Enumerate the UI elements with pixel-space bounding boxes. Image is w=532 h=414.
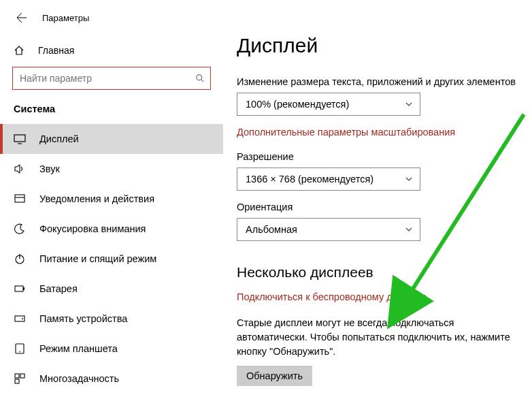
page-title: Дисплей	[237, 34, 532, 57]
sidebar: Параметры Главная Система Дисплей З	[0, 0, 223, 414]
window-title: Параметры	[42, 13, 89, 23]
monitor-icon	[14, 133, 26, 145]
orientation-label: Ориентация	[237, 202, 532, 212]
arrow-left-icon	[16, 12, 27, 23]
chevron-down-icon	[405, 100, 413, 108]
scale-dropdown[interactable]: 100% (рекомендуется)	[237, 93, 420, 116]
power-icon	[14, 253, 26, 265]
old-display-desc: Старые дисплеи могут не всегда подключат…	[237, 316, 522, 359]
titlebar: Параметры	[0, 12, 223, 23]
sidebar-item-storage[interactable]: Память устройства	[0, 304, 223, 334]
sidebar-item-label: Многозадачность	[39, 373, 119, 384]
detect-button[interactable]: Обнаружить	[237, 366, 312, 386]
orientation-dropdown[interactable]: Альбомная	[237, 218, 420, 241]
speaker-icon	[14, 163, 26, 175]
scale-advanced-link[interactable]: Дополнительные параметры масштабирования	[237, 127, 532, 138]
multi-display-heading: Несколько дисплеев	[237, 264, 532, 281]
tablet-icon	[14, 343, 26, 355]
svg-point-13	[19, 351, 20, 353]
scale-value: 100% (рекомендуется)	[246, 99, 349, 110]
sidebar-item-focus[interactable]: Фокусировка внимания	[0, 214, 223, 244]
sidebar-item-label: Батарея	[39, 283, 78, 294]
svg-point-0	[197, 75, 202, 80]
sidebar-section-title: Система	[0, 104, 223, 114]
resolution-dropdown[interactable]: 1366 × 768 (рекомендуется)	[237, 168, 420, 191]
sidebar-home-label: Главная	[38, 45, 74, 56]
sidebar-item-label: Дисплей	[39, 133, 79, 144]
sidebar-item-battery[interactable]: Батарея	[0, 274, 223, 304]
sidebar-item-power[interactable]: Питание и спящий режим	[0, 244, 223, 274]
main-pane: Дисплей Изменение размера текста, прилож…	[223, 0, 532, 414]
orientation-value: Альбомная	[246, 224, 297, 235]
battery-icon	[14, 283, 26, 295]
svg-rect-4	[15, 195, 24, 202]
back-button[interactable]	[16, 12, 27, 23]
svg-rect-15	[20, 374, 24, 378]
search-input[interactable]	[20, 73, 190, 84]
sidebar-item-label: Фокусировка внимания	[39, 223, 146, 234]
search-icon	[195, 74, 205, 83]
svg-rect-16	[15, 379, 19, 383]
multitask-icon	[14, 372, 26, 385]
storage-icon	[14, 313, 26, 325]
sidebar-item-sound[interactable]: Звук	[0, 154, 223, 184]
sidebar-home[interactable]: Главная	[0, 45, 223, 56]
sidebar-item-label: Звук	[39, 163, 60, 174]
sidebar-item-label: Режим планшета	[39, 343, 118, 354]
scale-label: Изменение размера текста, приложений и д…	[237, 76, 532, 87]
sidebar-item-label: Питание и спящий режим	[39, 253, 156, 264]
wireless-display-link[interactable]: Подключиться к беспроводному дисплею	[237, 291, 532, 302]
moon-icon	[14, 223, 26, 235]
svg-rect-9	[23, 287, 24, 290]
resolution-label: Разрешение	[237, 151, 532, 162]
svg-rect-14	[15, 374, 19, 378]
home-icon	[14, 45, 24, 56]
svg-point-11	[22, 318, 23, 319]
chevron-down-icon	[405, 175, 413, 183]
search-box[interactable]	[12, 67, 211, 90]
sidebar-item-tablet[interactable]: Режим планшета	[0, 334, 223, 364]
sidebar-item-label: Уведомления и действия	[39, 193, 154, 204]
svg-rect-2	[14, 135, 25, 142]
notification-icon	[14, 193, 26, 205]
svg-rect-8	[15, 286, 23, 291]
svg-line-1	[201, 80, 204, 82]
resolution-value: 1366 × 768 (рекомендуется)	[246, 174, 373, 185]
sidebar-item-label: Память устройства	[39, 313, 127, 324]
sidebar-item-multitask[interactable]: Многозадачность	[0, 364, 223, 394]
sidebar-item-notifications[interactable]: Уведомления и действия	[0, 184, 223, 214]
sidebar-item-display[interactable]: Дисплей	[0, 124, 223, 154]
chevron-down-icon	[405, 225, 413, 234]
